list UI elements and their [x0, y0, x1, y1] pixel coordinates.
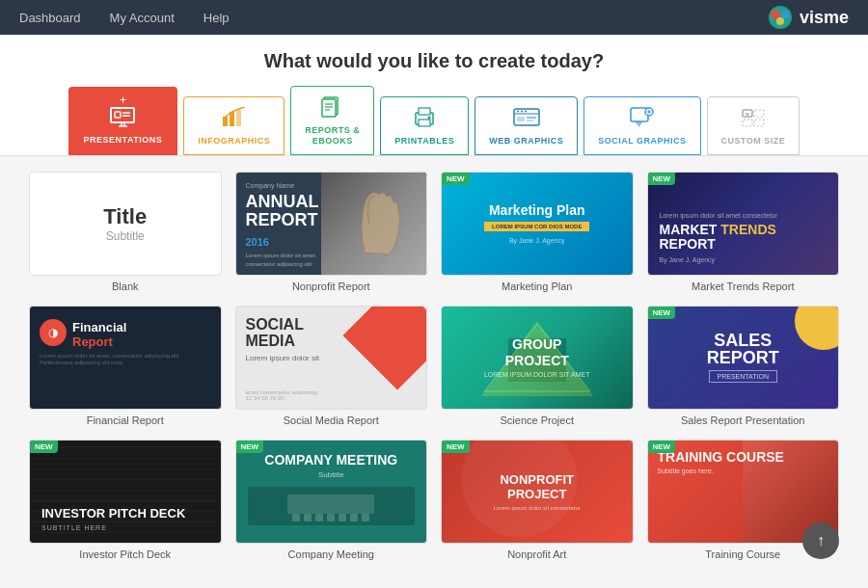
blank-subtitle: Subtitle: [106, 229, 145, 243]
custom-size-icon: [741, 107, 766, 132]
nav-links: Dashboard My Account Help: [19, 11, 230, 25]
market-new-badge: NEW: [648, 173, 676, 185]
inv-title: INVESTOR PITCH DECK: [41, 507, 185, 521]
add-icon: +: [120, 93, 127, 107]
tab-printables[interactable]: PRINTABLES: [380, 96, 469, 155]
sm-desc: amet consectetur adipiscing12 34 56 78 9…: [246, 389, 427, 401]
page-header: What would you like to create today? + P…: [0, 35, 868, 156]
templates-grid: Title Subtitle Blank Company Name ANNUAL…: [29, 172, 839, 560]
market-subtitle-top: Lorem ipsum dolor sit amet consectetur: [660, 212, 827, 219]
tab-infographics[interactable]: INFOGRAPHICS: [183, 96, 285, 155]
thumb-nonprofit: NEW NONPROFITPROJECT Lorem ipsum dolor s…: [441, 440, 634, 544]
marketing-label: Marketing Plan: [502, 281, 572, 292]
template-sales[interactable]: NEW SALESREPORT PRESENTATION Sales Repor…: [647, 306, 840, 426]
thumb-marketing: NEW Marketing Plan LOREM IPSUM COR DIOS …: [441, 172, 634, 276]
main-content: Title Subtitle Blank Company Name ANNUAL…: [0, 156, 868, 588]
np-sub: Lorem ipsum dolor sit consectetur: [494, 505, 581, 511]
brand-logo: visme: [767, 4, 849, 31]
social-graphics-icon: [630, 107, 655, 132]
custom-size-label: CUSTOM SIZE: [721, 136, 786, 147]
sc-title: GROUPPROJECT: [484, 336, 590, 369]
sa-circle: [795, 306, 839, 350]
investor-label: Investor Pitch Deck: [79, 548, 171, 560]
thumb-social: SOCIALMEDIA Lorem ipsum dolor sit amet c…: [235, 306, 428, 410]
blank-label: Blank: [112, 281, 139, 292]
sm-sub: Lorem ipsum dolor sit: [246, 354, 319, 362]
template-investor[interactable]: NEW INVESTOR PITCH DECK SUBTITLE HERE In…: [29, 440, 222, 560]
template-nonprofit-report[interactable]: Company Name ANNUALREPORT 2016 Lorem ips…: [235, 172, 428, 292]
svg-point-2: [781, 11, 789, 18]
thumb-market: NEW Lorem ipsum dolor sit amet consectet…: [647, 172, 840, 276]
cm-title: COMPANY MEETING: [264, 452, 397, 468]
science-inner: GROUPPROJECT LOREM IPSUM DOLOR SIT AMET: [479, 319, 595, 396]
tab-reports[interactable]: REPORTS & EBOOKS: [290, 86, 374, 155]
thumb-company: NEW COMPANY MEETING Subtitle: [235, 440, 428, 544]
thumb-science: GROUPPROJECT LOREM IPSUM DOLOR SIT AMET: [441, 306, 634, 410]
svg-rect-12: [230, 112, 234, 126]
presentations-icon: [109, 106, 136, 131]
fi-logo: ◑: [40, 319, 67, 346]
social-graphics-label: SOCIAL GRAPHICS: [598, 136, 686, 147]
svg-point-27: [525, 110, 527, 112]
company-new-badge: NEW: [236, 441, 264, 453]
chairs-svg: [283, 490, 379, 523]
web-graphics-label: WEB GRAPHICS: [489, 136, 563, 147]
svg-rect-21: [419, 120, 430, 126]
fi-sub: Lorem ipsum dolor sit amet, consectetur …: [40, 353, 211, 368]
svg-rect-5: [115, 112, 121, 118]
template-market-trends[interactable]: NEW Lorem ipsum dolor sit amet consectet…: [647, 172, 840, 292]
financial-label: Financial Report: [87, 414, 164, 426]
svg-point-22: [428, 116, 431, 119]
thumb-investor: NEW INVESTOR PITCH DECK SUBTITLE HERE: [29, 440, 222, 544]
tab-social-graphics[interactable]: SOCIAL GRAPHICS: [583, 96, 700, 155]
tab-presentations[interactable]: + PRESENTATIONS: [68, 87, 178, 155]
cm-sub: Subtitle: [318, 470, 344, 479]
svg-rect-50: [339, 514, 346, 521]
template-nonprofit-art[interactable]: NEW NONPROFITPROJECT Lorem ipsum dolor s…: [441, 440, 634, 560]
svg-rect-11: [223, 117, 228, 126]
cm-chairs: [248, 487, 416, 525]
template-company[interactable]: NEW COMPANY MEETING Subtitle: [235, 440, 428, 560]
sa-title: SALESREPORT: [707, 332, 779, 366]
training-label: Training Course: [705, 548, 780, 560]
template-financial[interactable]: ◑ FinancialReport Lorem ipsum dolor sit …: [29, 306, 222, 426]
market-by: By Jane J. Agency: [660, 256, 827, 263]
thumb-annual: Company Name ANNUALREPORT 2016 Lorem ips…: [235, 172, 428, 276]
svg-rect-20: [419, 108, 430, 115]
scroll-up-button[interactable]: ↑: [802, 522, 839, 559]
svg-rect-45: [287, 494, 374, 514]
svg-rect-48: [315, 514, 323, 521]
nav-help[interactable]: Help: [203, 11, 230, 25]
tab-custom-size[interactable]: CUSTOM SIZE: [707, 96, 800, 155]
inv-sub: SUBTITLE HERE: [41, 524, 107, 531]
market-title: MARKET TRENDSREPORT: [660, 223, 827, 253]
svg-rect-13: [236, 109, 241, 126]
svg-rect-49: [327, 514, 335, 521]
marketing-title: Marketing Plan: [489, 202, 585, 218]
fi-title: FinancialReport: [72, 320, 126, 349]
template-blank[interactable]: Title Subtitle Blank: [29, 172, 222, 292]
svg-rect-37: [754, 110, 764, 117]
nav-myaccount[interactable]: My Account: [110, 11, 175, 25]
svg-point-25: [517, 110, 519, 112]
social-label: Social Media Report: [284, 414, 379, 426]
svg-rect-30: [527, 120, 533, 121]
svg-point-26: [521, 110, 523, 112]
training-new-badge: NEW: [648, 441, 676, 453]
template-marketing-plan[interactable]: NEW Marketing Plan LOREM IPSUM COR DIOS …: [441, 172, 634, 292]
svg-rect-15: [322, 99, 336, 117]
template-social-media[interactable]: SOCIALMEDIA Lorem ipsum dolor sit amet c…: [235, 306, 428, 426]
hand-image: [321, 173, 426, 275]
svg-rect-47: [304, 514, 312, 521]
brand-name: visme: [800, 8, 849, 28]
annual-label: Nonprofit Report: [292, 281, 370, 292]
tab-web-graphics[interactable]: WEB GRAPHICS: [475, 96, 578, 155]
nonprofit-new-badge: NEW: [442, 441, 470, 453]
template-science[interactable]: GROUPPROJECT LOREM IPSUM DOLOR SIT AMET …: [441, 306, 634, 426]
np-title: NONPROFITPROJECT: [500, 472, 574, 502]
category-tabs: + PRESENTATIONS: [19, 86, 849, 155]
nav-dashboard[interactable]: Dashboard: [19, 11, 81, 25]
sa-sub: PRESENTATION: [709, 370, 777, 383]
svg-rect-52: [362, 514, 369, 521]
svg-rect-28: [517, 117, 525, 121]
